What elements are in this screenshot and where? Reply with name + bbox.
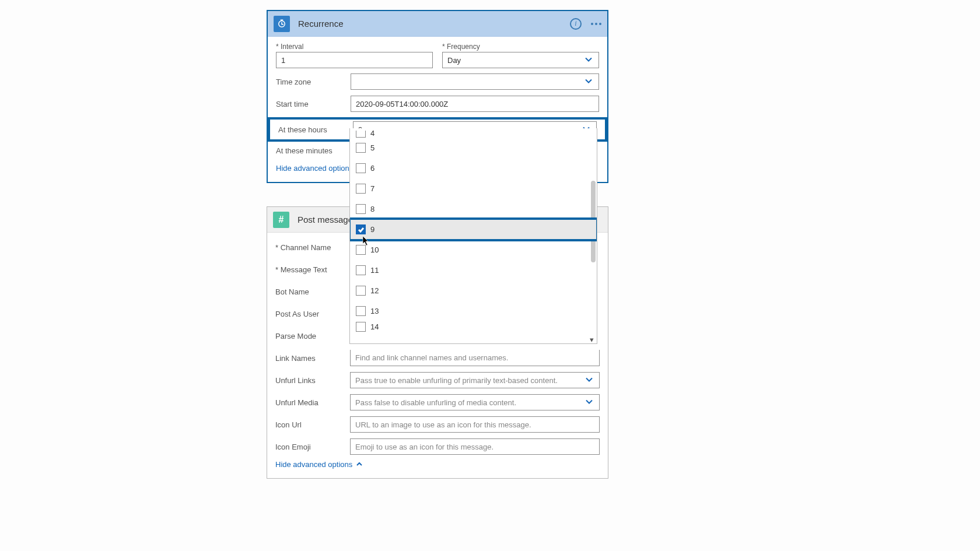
checkbox[interactable]	[356, 286, 366, 296]
bot-name-label: Bot Name	[275, 287, 350, 296]
hours-option-label: 9	[370, 225, 374, 234]
checkbox[interactable]	[356, 143, 366, 153]
hours-option-4[interactable]: 4	[350, 131, 597, 138]
hours-option-label: 8	[370, 205, 374, 213]
checkbox[interactable]	[356, 184, 366, 194]
hide-advanced-link[interactable]: Hide advanced options	[276, 164, 353, 173]
checkbox[interactable]	[356, 322, 366, 332]
recurrence-header: Recurrence i	[268, 11, 607, 37]
scroll-down-arrow[interactable]: ▾	[590, 335, 596, 341]
hours-option-7[interactable]: 7	[350, 178, 597, 199]
chevron-down-icon	[585, 376, 593, 385]
hide-advanced-link[interactable]: Hide advanced options	[275, 460, 352, 469]
icon-emoji-label: Icon Emoji	[275, 443, 350, 451]
hours-option-5[interactable]: 5	[350, 138, 597, 158]
link-names-label: Link Names	[275, 354, 350, 363]
icon-emoji-input[interactable]: Emoji to use as an icon for this message…	[350, 438, 600, 455]
hours-option-11[interactable]: 11	[350, 260, 597, 280]
channel-name-label: Channel Name	[275, 243, 350, 252]
checkbox[interactable]	[356, 265, 366, 275]
message-text-label: Message Text	[275, 265, 350, 274]
hours-option-label: 14	[370, 322, 379, 331]
unfurl-links-label: Unfurl Links	[275, 376, 350, 385]
frequency-label: Frequency	[442, 43, 599, 51]
info-icon[interactable]: i	[570, 18, 582, 30]
hours-option-8[interactable]: 8	[350, 199, 597, 219]
chevron-down-icon	[584, 78, 593, 86]
checkbox[interactable]	[356, 131, 366, 138]
minutes-label: At these minutes	[276, 146, 351, 155]
parse-mode-label: Parse Mode	[275, 332, 350, 341]
start-time-label: Start time	[276, 100, 351, 108]
post-as-user-label: Post As User	[275, 310, 350, 318]
timezone-label: Time zone	[276, 78, 351, 86]
hours-option-label: 11	[370, 266, 379, 275]
hours-label: At these hours	[278, 125, 353, 134]
clock-icon	[274, 16, 290, 32]
unfurl-media-select[interactable]: Pass false to disable unfurling of media…	[350, 394, 600, 410]
icon-url-input[interactable]: URL to an image to use as an icon for th…	[350, 416, 600, 433]
recurrence-title: Recurrence	[298, 19, 570, 29]
frequency-select[interactable]: Day	[442, 52, 599, 68]
hours-option-12[interactable]: 12	[350, 280, 597, 301]
hours-option-label: 7	[370, 184, 374, 193]
unfurl-media-label: Unfurl Media	[275, 398, 350, 407]
checkbox[interactable]	[356, 245, 366, 255]
hours-dropdown[interactable]: 4567891011121314 ▾	[349, 128, 597, 344]
hours-option-label: 6	[370, 164, 374, 173]
hours-option-13[interactable]: 13	[350, 301, 597, 321]
timezone-select[interactable]	[351, 73, 599, 90]
link-names-input[interactable]: Find and link channel names and username…	[350, 350, 600, 366]
checkbox[interactable]	[356, 224, 366, 234]
icon-emoji-placeholder: Emoji to use as an icon for this message…	[355, 443, 494, 451]
hours-option-10[interactable]: 10	[350, 240, 597, 260]
chevron-up-icon	[356, 460, 363, 469]
hours-option-9[interactable]: 9	[350, 219, 597, 240]
link-names-placeholder: Find and link channel names and username…	[355, 353, 508, 362]
unfurl-links-select[interactable]: Pass true to enable unfurling of primari…	[350, 372, 600, 388]
frequency-value: Day	[447, 56, 461, 65]
checkbox[interactable]	[356, 163, 366, 173]
slack-icon: #	[273, 212, 289, 228]
interval-input[interactable]: 1	[276, 52, 433, 68]
unfurl-links-placeholder: Pass true to enable unfurling of primari…	[355, 376, 558, 385]
interval-label: Interval	[276, 43, 433, 51]
icon-url-label: Icon Url	[275, 420, 350, 429]
hours-option-label: 10	[370, 245, 379, 254]
chevron-down-icon	[585, 398, 593, 407]
icon-url-placeholder: URL to an image to use as an icon for th…	[355, 420, 531, 429]
hours-option-6[interactable]: 6	[350, 158, 597, 178]
interval-value: 1	[281, 56, 285, 65]
hours-option-label: 5	[370, 143, 374, 152]
hours-option-label: 13	[370, 307, 379, 315]
unfurl-media-placeholder: Pass false to disable unfurling of media…	[355, 398, 516, 407]
checkbox[interactable]	[356, 204, 366, 214]
hours-option-14[interactable]: 14	[350, 321, 597, 332]
hours-option-label: 12	[370, 286, 379, 295]
chevron-down-icon	[584, 56, 593, 65]
start-time-value: 2020-09-05T14:00:00.000Z	[356, 100, 448, 108]
checkbox[interactable]	[356, 306, 366, 316]
hours-option-label: 4	[370, 131, 374, 138]
start-time-input[interactable]: 2020-09-05T14:00:00.000Z	[351, 96, 599, 112]
more-icon[interactable]	[591, 23, 601, 25]
